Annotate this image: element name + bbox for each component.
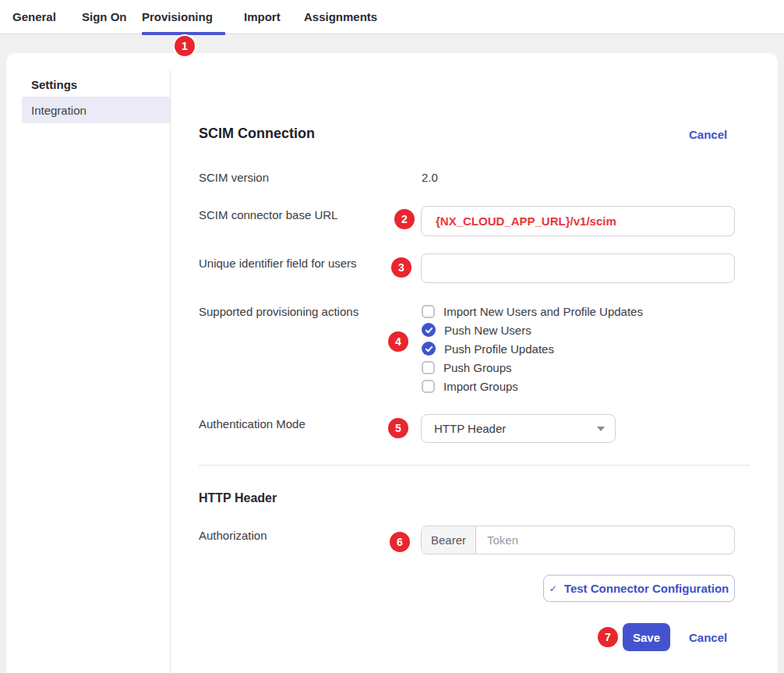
authorization-prefix: Bearer	[422, 526, 476, 554]
authorization-label: Authorization	[199, 529, 267, 542]
checkbox-checked-icon[interactable]	[422, 342, 436, 356]
checkbox-label: Import Groups	[443, 380, 518, 393]
checkbox-checked-icon[interactable]	[422, 323, 436, 337]
base-url-input[interactable]	[421, 206, 735, 236]
checkbox-row-import-new-users[interactable]: Import New Users and Profile Updates	[422, 303, 643, 319]
checkbox-unchecked-icon[interactable]	[422, 361, 435, 374]
save-button[interactable]: Save	[623, 623, 670, 651]
unique-id-label: Unique identifier field for users	[199, 257, 357, 270]
annotation-badge-1: 1	[175, 36, 195, 56]
auth-mode-label: Authentication Mode	[199, 417, 305, 430]
check-icon: ✓	[549, 583, 557, 594]
test-connector-configuration-button[interactable]: ✓ Test Connector Configuration	[543, 575, 735, 602]
checkbox-row-push-groups[interactable]: Push Groups	[422, 360, 512, 375]
annotation-badge-2: 2	[394, 209, 415, 229]
app-tab-bar: General Sign On Provisioning Import Assi…	[0, 0, 784, 34]
page-title: SCIM Connection	[199, 126, 315, 142]
checkbox-label: Import New Users and Profile Updates	[443, 305, 643, 318]
checkbox-label: Push Profile Updates	[444, 342, 554, 356]
checkbox-unchecked-icon[interactable]	[422, 305, 435, 318]
checkbox-row-import-groups[interactable]: Import Groups	[422, 378, 518, 394]
cancel-link-bottom[interactable]: Cancel	[689, 631, 727, 644]
annotation-badge-6: 6	[390, 532, 410, 552]
chevron-down-icon	[597, 427, 605, 431]
annotation-badge-5: 5	[388, 418, 408, 438]
section-divider	[199, 465, 750, 466]
base-url-label: SCIM connector base URL	[199, 208, 337, 221]
tab-general[interactable]: General	[12, 10, 56, 23]
unique-id-input[interactable]	[421, 253, 735, 283]
tab-provisioning[interactable]: Provisioning	[142, 10, 213, 23]
checkbox-unchecked-icon[interactable]	[422, 380, 435, 393]
scim-version-value: 2.0	[422, 171, 438, 184]
active-tab-underline	[142, 32, 225, 35]
checkbox-label: Push New Users	[444, 324, 531, 337]
annotation-badge-3: 3	[391, 257, 411, 278]
authorization-input-group: Bearer	[421, 526, 735, 554]
sidebar-divider	[170, 70, 171, 673]
tab-assignments[interactable]: Assignments	[304, 10, 377, 23]
scim-version-label: SCIM version	[199, 171, 269, 184]
auth-mode-select[interactable]: HTTP Header	[421, 414, 616, 443]
sidebar-item-integration[interactable]: Integration	[22, 97, 170, 123]
annotation-badge-4: 4	[388, 331, 408, 352]
sidebar-header-settings: Settings	[31, 78, 77, 91]
checkbox-row-push-profile-updates[interactable]: Push Profile Updates	[422, 341, 554, 356]
http-header-section-title: HTTP Header	[199, 491, 277, 505]
cancel-link-top[interactable]: Cancel	[689, 128, 727, 141]
token-input[interactable]	[476, 526, 734, 554]
auth-mode-selected-value: HTTP Header	[434, 422, 506, 435]
sidebar-item-label: Integration	[31, 104, 87, 117]
tab-import[interactable]: Import	[244, 10, 281, 23]
provisioning-actions-label: Supported provisioning actions	[199, 305, 358, 318]
checkbox-row-push-new-users[interactable]: Push New Users	[422, 322, 531, 338]
provisioning-card: Settings Integration SCIM Connection Can…	[6, 53, 778, 673]
annotation-badge-7: 7	[598, 627, 618, 647]
tab-sign-on[interactable]: Sign On	[82, 10, 127, 23]
test-connector-label: Test Connector Configuration	[564, 582, 729, 595]
checkbox-label: Push Groups	[443, 361, 512, 374]
